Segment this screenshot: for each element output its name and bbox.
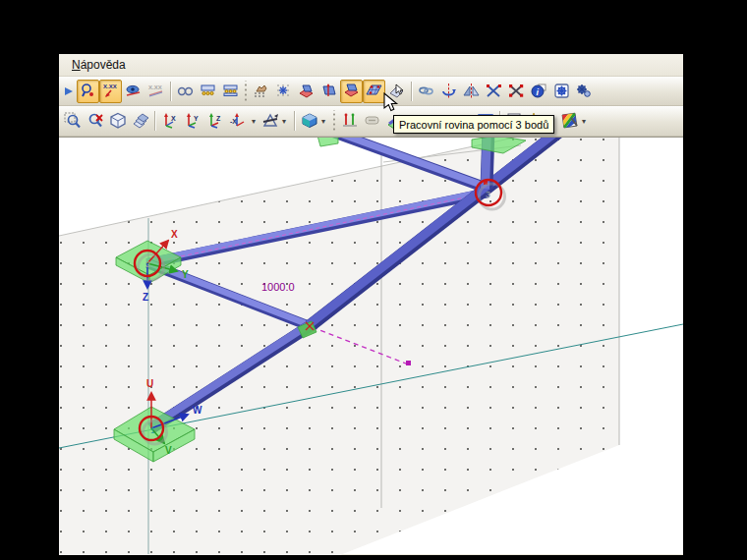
axis-minus-x-label: -X bbox=[230, 118, 237, 125]
view-planes-icon[interactable] bbox=[129, 109, 151, 133]
dropdown-caret-icon[interactable]: ▾ bbox=[582, 117, 586, 126]
glasses-icon[interactable] bbox=[174, 80, 197, 103]
screen-background: Nápověda X.XX X.XX bbox=[0, 0, 747, 560]
tooltip-text: Pracovní rovina pomocí 3 bodů bbox=[399, 119, 548, 131]
toolbar-separator bbox=[291, 110, 298, 132]
mouse-cursor-icon bbox=[383, 92, 399, 117]
table-manager-alt-icon[interactable] bbox=[219, 80, 242, 103]
units-settings-icon[interactable] bbox=[550, 80, 573, 103]
svg-text:X.XX: X.XX bbox=[103, 84, 117, 89]
menu-napoveda[interactable]: Nápověda bbox=[66, 56, 132, 74]
svg-text:X.XX: X.XX bbox=[148, 84, 162, 90]
workplane-3points-button[interactable] bbox=[363, 80, 385, 103]
tooltip: Pracovní rovina pomocí 3 bodů bbox=[393, 115, 554, 134]
application-window: Nápověda X.XX X.XX bbox=[59, 54, 683, 555]
isometric-view-icon[interactable] bbox=[106, 109, 129, 133]
dropdown-caret-icon[interactable]: ▾ bbox=[252, 117, 256, 126]
workplane-xy-icon[interactable] bbox=[295, 80, 317, 103]
dropdown-caret-icon[interactable]: ▾ bbox=[321, 117, 325, 126]
rotate-icon[interactable] bbox=[437, 80, 460, 103]
toolbar-separator bbox=[408, 81, 415, 102]
display-properties-button[interactable]: ▾ bbox=[558, 109, 591, 133]
support-top-edge bbox=[317, 138, 338, 146]
dropdown-caret-icon[interactable]: ▾ bbox=[282, 117, 286, 126]
trim-members-icon[interactable] bbox=[483, 80, 505, 103]
zoom-cancel-icon[interactable] bbox=[84, 109, 106, 133]
display-values-disabled-icon[interactable]: X.XX bbox=[144, 80, 167, 103]
axis-x-label: X bbox=[171, 115, 176, 122]
toolbar-main: X.XX X.XX bbox=[59, 77, 683, 106]
view-3d-button[interactable]: ▾ bbox=[298, 109, 330, 133]
axis-y-label: Y bbox=[194, 115, 199, 122]
node-1-label: 1 bbox=[150, 425, 155, 435]
delete-node-icon[interactable] bbox=[505, 80, 528, 103]
axis-u-scene-label: U bbox=[146, 378, 153, 389]
view-minus-x-button[interactable]: -X ▾ bbox=[226, 109, 259, 133]
mirror-icon[interactable] bbox=[460, 80, 483, 103]
menu-bar: Nápověda bbox=[59, 54, 683, 77]
zoom-window-icon[interactable] bbox=[61, 109, 84, 133]
workplane-yz-icon[interactable] bbox=[317, 80, 340, 103]
toolbar-separator bbox=[151, 110, 158, 132]
view-y-button[interactable]: Y bbox=[181, 109, 203, 133]
comment-tool-disabled-icon[interactable] bbox=[361, 109, 383, 133]
show-values-button[interactable]: X.XX bbox=[99, 80, 122, 103]
overflow-chevron-icon[interactable] bbox=[61, 80, 77, 103]
toolbar-grip bbox=[242, 81, 250, 102]
program-options-gears-icon[interactable] bbox=[573, 80, 596, 103]
axis-z-scene-label: Z bbox=[143, 292, 148, 303]
model-viewport[interactable]: X Y Z U W V 2 bbox=[59, 137, 683, 554]
axis-z-label: Z bbox=[216, 115, 221, 122]
view-z-button[interactable]: Z bbox=[203, 109, 226, 133]
toolbar-grip bbox=[330, 110, 338, 132]
view-x-button[interactable]: X bbox=[158, 109, 181, 133]
toolbar-view: X Y Z -X ▾ bbox=[59, 106, 683, 137]
perspective-view-button[interactable]: ▾ bbox=[259, 109, 291, 133]
show-numbering-button[interactable] bbox=[77, 80, 99, 103]
dimension-tool-icon[interactable] bbox=[338, 109, 361, 133]
grid-settings-icon[interactable] bbox=[272, 80, 295, 103]
workplane-xz-button[interactable] bbox=[340, 80, 363, 103]
axis-y-scene-label: Y bbox=[182, 269, 189, 280]
toolbar-separator bbox=[167, 81, 174, 102]
node-2-label: 2 bbox=[145, 259, 150, 269]
axis-x-scene-label: X bbox=[171, 229, 178, 240]
axis-v-scene-label: V bbox=[165, 445, 172, 456]
info-button[interactable]: i bbox=[528, 80, 550, 103]
axis-w-scene-label: W bbox=[193, 405, 202, 416]
snap-grid-icon[interactable] bbox=[250, 80, 272, 103]
node-3-label: 3 bbox=[486, 190, 490, 199]
table-manager-icon[interactable] bbox=[197, 80, 219, 103]
working-plane-grid bbox=[59, 138, 619, 555]
connect-members-icon[interactable] bbox=[415, 80, 437, 103]
display-result-values-icon[interactable] bbox=[122, 80, 144, 103]
dimension-value-label: 1000.0 bbox=[261, 281, 295, 293]
scene-canvas: X Y Z U W V 2 bbox=[59, 138, 683, 555]
